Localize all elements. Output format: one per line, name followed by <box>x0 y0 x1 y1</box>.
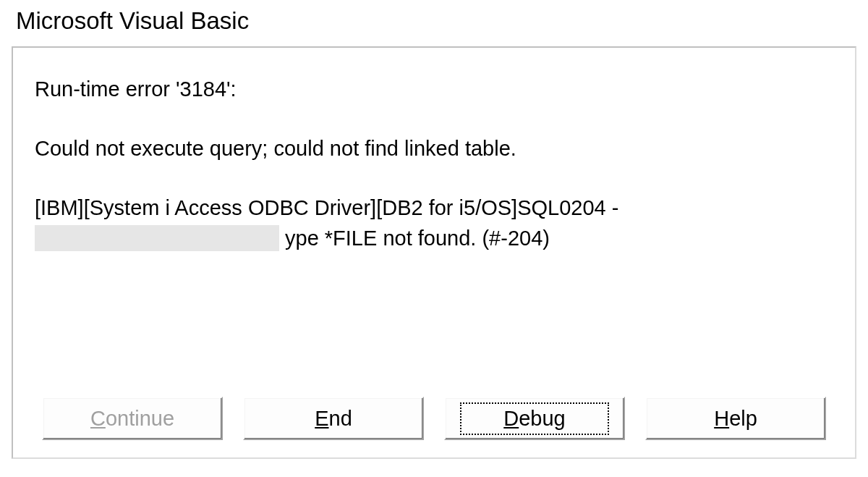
continue-button: Continue <box>42 397 223 440</box>
continue-accel: C <box>90 407 106 430</box>
dialog-window: Microsoft Visual Basic Run-time error '3… <box>0 0 868 477</box>
button-row: Continue End Debug Help <box>35 397 833 440</box>
debug-button[interactable]: Debug <box>444 397 625 440</box>
end-accel: E <box>315 407 328 430</box>
end-button[interactable]: End <box>243 397 424 440</box>
error-message: Run-time error '3184': Could not execute… <box>35 74 833 382</box>
help-rest: elp <box>729 407 757 430</box>
debug-rest: ebug <box>519 407 566 430</box>
error-headline: Run-time error '3184': <box>35 74 833 104</box>
continue-rest: ontinue <box>106 407 174 430</box>
debug-accel: D <box>503 407 519 430</box>
end-rest: nd <box>329 407 352 430</box>
error-detail-line1: [IBM][System i Access ODBC Driver][DB2 f… <box>35 193 833 223</box>
window-title: Microsoft Visual Basic <box>0 0 868 39</box>
error-detail-line2-text: ype *FILE not found. (#-204) <box>285 223 550 253</box>
content-panel: Run-time error '3184': Could not execute… <box>12 46 856 459</box>
error-description: Could not execute query; could not find … <box>35 133 833 164</box>
redacted-block <box>35 225 279 251</box>
help-accel: H <box>714 407 729 430</box>
error-detail-line2: ype *FILE not found. (#-204) <box>35 223 833 253</box>
help-button[interactable]: Help <box>645 397 826 440</box>
